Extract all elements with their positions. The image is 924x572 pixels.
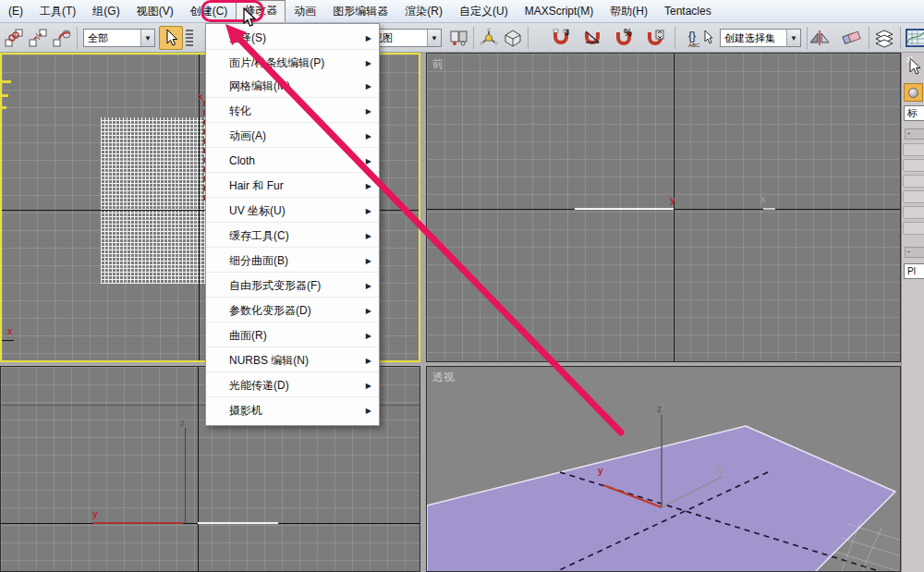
- menu-item[interactable]: 网格编辑(M) ▶: [206, 75, 379, 98]
- modifiers-menu: 选择(S) ▶ 面片/样条线编辑(P) ▶ 网格编辑(M) ▶ 转化 ▶ 动画(…: [205, 23, 380, 426]
- object-name-field[interactable]: Pl: [904, 263, 924, 279]
- object-category-dropdown[interactable]: 标: [904, 105, 924, 121]
- menu-item-label: UV 坐标(U): [229, 200, 366, 223]
- creation-gizmo-fragment: [2, 80, 11, 83]
- menu-item[interactable]: 光能传递(D) ▶: [206, 374, 379, 397]
- menu-item-label: 动画(A): [229, 125, 366, 148]
- select-and-manipulate-icon[interactable]: [446, 26, 470, 50]
- object-type-button[interactable]: [903, 143, 924, 156]
- menu-item-label: 曲面(R): [229, 324, 366, 347]
- menu-item[interactable]: 转化 ▶: [206, 100, 379, 123]
- select-object-button[interactable]: [159, 26, 183, 50]
- menu-item-label: 摄影机: [229, 399, 366, 422]
- submenu-arrow-icon: ▶: [366, 349, 371, 372]
- submenu-arrow-icon: ▶: [366, 399, 371, 422]
- menu-item[interactable]: 面片/样条线编辑(P) ▶: [206, 52, 379, 75]
- menubar-item[interactable]: MAXScript(M): [517, 2, 602, 20]
- rectangular-selection-region-button[interactable]: [183, 26, 196, 50]
- percent-snap-icon[interactable]: %: [612, 26, 636, 50]
- menu-item[interactable]: 摄影机 ▶: [206, 399, 379, 422]
- viewport-label: 透视: [432, 370, 455, 385]
- submenu-arrow-icon: ▶: [366, 274, 371, 298]
- axis-label-x: x: [7, 326, 13, 336]
- sphere-icon: [908, 88, 918, 98]
- panel-cursor-icon[interactable]: [905, 55, 923, 76]
- menu-item-label: 自由形式变形器(F): [229, 274, 366, 298]
- menu-item[interactable]: Cloth ▶: [206, 150, 379, 173]
- angle-snap-icon[interactable]: [580, 26, 604, 50]
- layer-manager-icon[interactable]: [872, 26, 896, 50]
- menubar-item[interactable]: (E): [0, 2, 31, 20]
- submenu-arrow-icon: ▶: [366, 200, 371, 223]
- perspective-scene: [427, 367, 901, 572]
- menu-item[interactable]: UV 坐标(U) ▶: [206, 200, 379, 223]
- menu-item[interactable]: 动画(A) ▶: [206, 125, 379, 148]
- menu-item[interactable]: 缓存工具(C) ▶: [206, 225, 379, 248]
- plane-object-wireframe[interactable]: [101, 117, 210, 284]
- selection-filter-dropdown[interactable]: 全部 ▼: [83, 29, 155, 47]
- menu-item-label: 缓存工具(C): [229, 225, 366, 248]
- toolbar-separator: [77, 27, 78, 49]
- menubar-item[interactable]: 渲染(R): [396, 1, 451, 22]
- menu-item-label: 光能传递(D): [229, 374, 366, 397]
- menubar-item[interactable]: 修改器: [236, 0, 286, 22]
- object-type-button[interactable]: [903, 206, 924, 219]
- submenu-arrow-icon: ▶: [366, 150, 371, 173]
- main-toolbar: 全部 ▼ 视图 ▼: [0, 23, 924, 53]
- submenu-arrow-icon: ▶: [366, 324, 371, 347]
- plane-edge-selected[interactable]: [198, 522, 278, 524]
- submenu-arrow-icon: ▶: [366, 374, 371, 397]
- object-type-button[interactable]: [903, 190, 924, 203]
- menu-item[interactable]: Hair 和 Fur ▶: [206, 175, 379, 198]
- submenu-arrow-icon: ▶: [366, 27, 371, 50]
- axis-label-y: y: [92, 509, 98, 519]
- mirror-icon[interactable]: [808, 26, 832, 50]
- menubar-item[interactable]: 自定义(U): [451, 1, 517, 22]
- bind-to-space-warp-icon[interactable]: [50, 26, 74, 50]
- menubar-item[interactable]: 组(G): [84, 1, 128, 22]
- menu-item[interactable]: 参数化变形器(D) ▶: [206, 299, 379, 323]
- edit-named-selection-sets-icon[interactable]: {}ABC: [685, 26, 716, 50]
- menu-item[interactable]: 自由形式变形器(F) ▶: [206, 274, 379, 298]
- viewport-front[interactable]: 前 y x: [426, 53, 901, 362]
- snap-toggle-3d-icon[interactable]: 3: [549, 26, 573, 50]
- menu-bar: (E)工具(T)组(G)视图(V)创建(C)修改器动画图形编辑器渲染(R)自定义…: [0, 0, 924, 23]
- pivot-tripod-icon[interactable]: [477, 26, 501, 50]
- selection-filter-value: 全部: [84, 31, 140, 45]
- dropdown-arrow-icon[interactable]: ▼: [140, 30, 154, 46]
- menubar-item[interactable]: Tentacles: [656, 2, 720, 20]
- object-type-button[interactable]: [903, 222, 924, 235]
- menubar-item[interactable]: 创建(C): [182, 1, 237, 22]
- dropdown-arrow-icon[interactable]: ▼: [427, 30, 441, 46]
- submenu-arrow-icon: ▶: [366, 175, 371, 198]
- axis-label-z: z: [180, 418, 185, 428]
- menubar-item[interactable]: 视图(V): [128, 1, 182, 22]
- menubar-item[interactable]: 工具(T): [31, 1, 84, 22]
- menubar-item[interactable]: 动画: [286, 1, 324, 22]
- menubar-item[interactable]: 图形编辑器: [324, 1, 396, 22]
- menu-item[interactable]: 曲面(R) ▶: [206, 324, 379, 347]
- menu-item[interactable]: 细分曲面(B) ▶: [206, 249, 379, 273]
- unlink-selection-icon[interactable]: [26, 26, 50, 50]
- plane-edge-selected[interactable]: [575, 208, 674, 210]
- viewport-perspective[interactable]: 透视 z x y: [426, 366, 901, 572]
- geometry-category-button[interactable]: [904, 83, 923, 102]
- curve-editor-icon[interactable]: [904, 26, 924, 50]
- dropdown-arrow-icon[interactable]: ▼: [786, 30, 800, 46]
- spinner-snap-icon[interactable]: [643, 26, 667, 50]
- object-type-button[interactable]: [903, 175, 924, 188]
- rollout-header[interactable]: -: [905, 128, 924, 140]
- menu-item-label: 转化: [229, 100, 366, 123]
- submenu-arrow-icon: ▶: [366, 125, 371, 148]
- menubar-item[interactable]: 帮助(H): [602, 1, 656, 22]
- submenu-arrow-icon: ▶: [366, 75, 371, 98]
- object-type-button[interactable]: [903, 159, 924, 172]
- submenu-arrow-icon: ▶: [366, 249, 371, 273]
- rollout-header[interactable]: -: [905, 247, 924, 258]
- menu-item[interactable]: NURBS 编辑(N) ▶: [206, 349, 379, 372]
- menu-item[interactable]: 选择(S) ▶: [206, 27, 379, 50]
- align-icon[interactable]: [839, 26, 863, 50]
- select-and-link-icon[interactable]: [2, 26, 26, 50]
- named-selection-set-dropdown[interactable]: 创建选择集 ▼: [720, 29, 801, 47]
- view-cube-icon[interactable]: [501, 26, 525, 50]
